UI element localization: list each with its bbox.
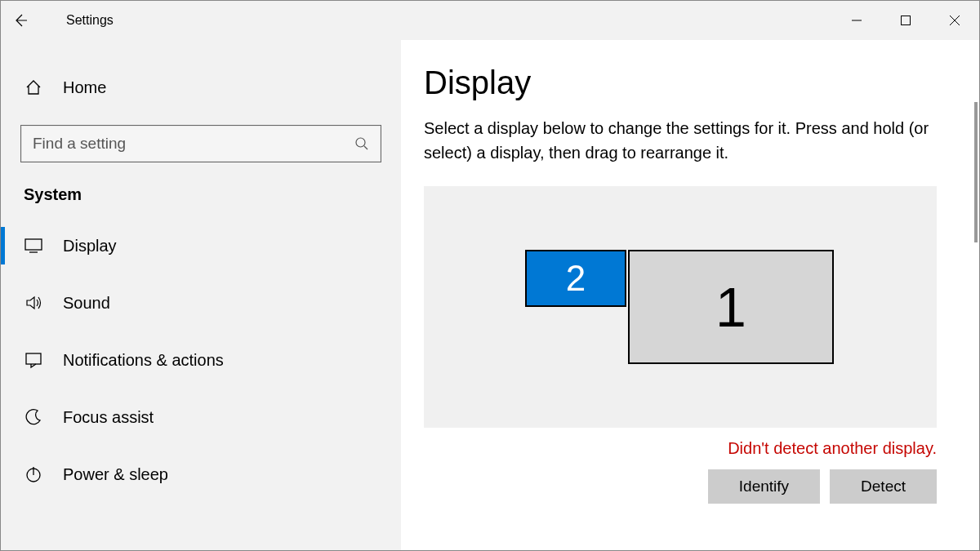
focus-assist-icon <box>24 408 43 426</box>
sidebar-item-sound[interactable]: Sound <box>1 274 401 331</box>
search-input[interactable] <box>33 135 354 153</box>
minimize-icon <box>851 15 862 26</box>
display-arrangement-area[interactable]: 2 1 <box>424 186 937 428</box>
sidebar: Home System Display Sound Notifications … <box>1 40 401 551</box>
sidebar-item-label: Notifications & actions <box>63 351 224 370</box>
sidebar-item-label: Display <box>63 237 117 256</box>
search-icon <box>354 136 369 151</box>
home-label: Home <box>63 78 106 97</box>
search-box[interactable] <box>20 125 381 162</box>
window-title: Settings <box>66 13 114 28</box>
svg-rect-1 <box>902 16 911 25</box>
maximize-button[interactable] <box>881 1 930 40</box>
sidebar-item-label: Power & sleep <box>63 465 168 484</box>
content-container: Home System Display Sound Notifications … <box>1 40 979 551</box>
button-row: Identify Detect <box>424 469 937 504</box>
scrollbar-thumb[interactable] <box>974 102 978 242</box>
page-description: Select a display below to change the set… <box>424 116 947 165</box>
svg-line-5 <box>364 146 368 149</box>
sidebar-item-label: Sound <box>63 294 110 313</box>
close-button[interactable] <box>930 1 979 40</box>
svg-rect-8 <box>26 353 41 364</box>
svg-point-4 <box>356 138 365 147</box>
notifications-icon <box>24 351 43 369</box>
main-content: Display Select a display below to change… <box>401 40 979 551</box>
minimize-button[interactable] <box>832 1 881 40</box>
sound-icon <box>24 294 43 312</box>
titlebar: Settings <box>1 1 979 40</box>
page-title: Display <box>424 64 947 101</box>
back-arrow-icon <box>12 12 29 29</box>
maximize-icon <box>900 15 911 26</box>
monitor-1[interactable]: 1 <box>628 250 834 364</box>
sidebar-item-focus-assist[interactable]: Focus assist <box>1 389 401 446</box>
back-button[interactable] <box>1 1 40 40</box>
power-icon <box>24 465 43 483</box>
monitor-2[interactable]: 2 <box>525 250 626 307</box>
category-header: System <box>1 182 401 217</box>
home-nav-item[interactable]: Home <box>1 64 401 110</box>
home-icon <box>24 78 43 96</box>
detect-button[interactable]: Detect <box>830 469 937 504</box>
sidebar-item-label: Focus assist <box>63 408 154 427</box>
sidebar-item-power-sleep[interactable]: Power & sleep <box>1 446 401 503</box>
identify-button[interactable]: Identify <box>708 469 820 504</box>
close-icon <box>949 15 960 26</box>
window-controls <box>832 1 979 40</box>
svg-rect-6 <box>25 239 42 250</box>
sidebar-item-notifications[interactable]: Notifications & actions <box>1 331 401 389</box>
detection-error-text: Didn't detect another display. <box>424 439 937 458</box>
sidebar-item-display[interactable]: Display <box>1 217 401 274</box>
display-icon <box>24 238 43 253</box>
